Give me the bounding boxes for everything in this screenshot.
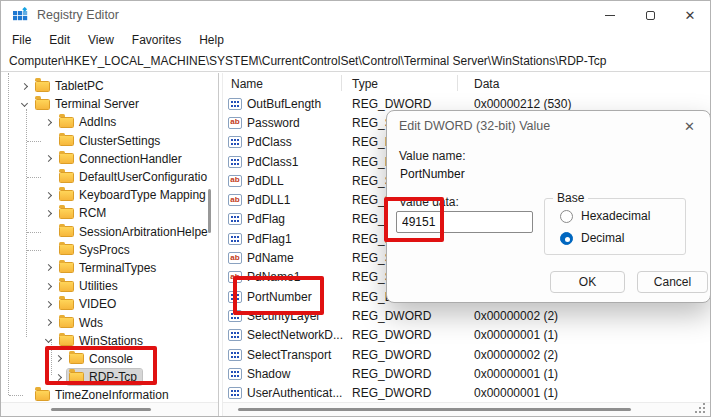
column-header-data[interactable]: Data [471,77,710,91]
column-divider[interactable] [457,75,458,91]
radio-decimal[interactable]: Decimal [560,231,624,245]
tree-item-clustersettings[interactable]: ClusterSettings [1,132,218,150]
chevron-right-icon[interactable] [43,281,53,291]
value-name: OutBufLength [247,97,321,111]
reg-sz-icon [228,175,242,187]
maximize-button[interactable] [630,1,670,29]
minimize-icon [605,15,615,16]
value-name-label: Value name: [399,149,466,163]
folder-icon [69,372,84,383]
radio-icon[interactable] [560,232,573,245]
column-header-type[interactable]: Type [349,77,471,91]
menu-help[interactable]: Help [190,31,233,49]
menu-edit[interactable]: Edit [40,31,79,49]
value-name-text: PortNumber [400,167,465,181]
folder-icon [59,299,74,310]
reg-dword-icon [228,349,242,361]
menu-file[interactable]: File [3,31,40,49]
chevron-right-icon[interactable] [43,263,53,273]
registry-value-row-selectnetworkd-[interactable]: SelectNetworkD... REG_DWORD 0x00000001 (… [223,326,710,345]
registry-value-row-userauthenticat-[interactable]: UserAuthenticat... REG_DWORD 0x00000001 … [223,383,710,402]
chevron-right-icon[interactable] [53,354,63,364]
tree-item-label: WinStations [79,334,143,348]
chevron-right-icon[interactable] [43,190,53,200]
folder-icon [59,208,74,219]
tree-item-sessionarbitrationhelpe[interactable]: SessionArbitrationHelpe [1,223,218,241]
list-horizontal-scrollbar[interactable] [223,402,710,416]
value-name: SelectTransport [247,348,331,362]
folder-icon [59,135,74,146]
tree-item-sysprocs[interactable]: SysProcs [1,241,218,259]
tree-item-video[interactable]: VIDEO [1,295,218,313]
registry-value-row-securitylayer[interactable]: SecurityLayer REG_DWORD 0x00000002 (2) [223,306,710,325]
registry-value-row-selecttransport[interactable]: SelectTransport REG_DWORD 0x00000002 (2) [223,345,710,364]
value-name: PdFlag [247,212,285,226]
tree-item-terminal-server[interactable]: Terminal Server [1,95,218,113]
reg-dword-icon [228,310,242,322]
tree-item-connectionhandler[interactable]: ConnectionHandler [1,150,218,168]
dialog-close-icon[interactable]: ✕ [681,119,698,134]
tree-item-label: DefaultUserConfiguratio [79,170,207,184]
reg-dword-icon [228,213,242,225]
tree-item-wds[interactable]: Wds [1,313,218,331]
tree-item-tabletpc[interactable]: TabletPC [1,77,218,95]
chevron-down-icon[interactable] [19,99,29,109]
tree-item-label: TabletPC [55,79,104,93]
chevron-right-icon[interactable] [43,208,53,218]
tree-item-rdp-tcp[interactable]: RDP-Tcp [1,368,218,386]
chevron-right-icon[interactable] [53,372,63,382]
tree-item-label: RDP-Tcp [89,370,137,384]
value-name: SelectNetworkD... [247,328,343,342]
value-name: Password [247,116,300,130]
menu-favorites[interactable]: Favorites [123,31,190,49]
chevron-right-icon[interactable] [43,117,53,127]
value-data: 0x00000001 (1) [471,386,710,400]
reg-dword-icon [228,291,242,303]
tree-item-terminaltypes[interactable]: TerminalTypes [1,259,218,277]
tree-item-defaultuserconfiguratio[interactable]: DefaultUserConfiguratio [1,168,218,186]
column-header-name[interactable]: Name [223,77,349,91]
registry-editor-app-icon [12,7,28,23]
registry-tree-pane: TabletPC Terminal Server AddIns ClusterS… [1,73,219,416]
tree-horizontal-scrollbar[interactable] [1,402,218,416]
tree-vertical-scrollbar[interactable] [208,189,211,233]
value-data-label: Value data: [399,195,459,209]
list-hscroll-thumb[interactable] [238,408,631,411]
radio-hexadecimal[interactable]: Hexadecimal [560,209,650,223]
value-data-input[interactable] [396,211,533,233]
value-data: 0x00000002 (2) [471,348,710,362]
close-icon: ✕ [685,9,696,22]
chevron-right-icon[interactable] [43,318,53,328]
chevron-right-icon[interactable] [43,154,53,164]
chevron-right-icon[interactable] [19,81,29,91]
minimize-button[interactable] [590,1,630,29]
tree-item-keyboardtype-mapping[interactable]: KeyboardType Mapping [1,186,218,204]
chevron-down-icon[interactable] [43,336,53,346]
column-divider[interactable] [341,75,342,91]
close-button[interactable]: ✕ [670,1,710,29]
tree-item-winstations[interactable]: WinStations [1,332,218,350]
value-type: REG_DWORD [349,97,471,111]
registry-value-row-shadow[interactable]: Shadow REG_DWORD 0x00000001 (1) [223,364,710,383]
radio-hexadecimal-label: Hexadecimal [581,209,650,223]
value-data: 0x00000212 (530) [471,97,710,111]
value-name: PdDLL [247,174,284,188]
maximize-icon [646,11,655,20]
folder-icon [59,153,74,164]
address-bar[interactable]: Computer\HKEY_LOCAL_MACHINE\SYSTEM\Curre… [1,51,710,72]
tree-hscroll-thumb[interactable] [51,408,151,411]
menu-view[interactable]: View [79,31,123,49]
dialog-title-bar: Edit DWORD (32-bit) Value ✕ [387,111,710,134]
tree-item-rcm[interactable]: RCM [1,204,218,222]
ok-button[interactable]: OK [550,271,625,293]
cancel-button[interactable]: Cancel [637,271,708,293]
chevron-right-icon[interactable] [43,299,53,309]
tree-item-addins[interactable]: AddIns [1,113,218,131]
tree-item-console[interactable]: Console [1,350,218,368]
reg-dword-icon [228,156,242,168]
resize-grip[interactable] [695,403,706,414]
tree-item-utilities[interactable]: Utilities [1,277,218,295]
radio-icon[interactable] [560,210,573,223]
value-name: PdDLL1 [247,193,290,207]
title-bar: Registry Editor ✕ [1,1,710,29]
